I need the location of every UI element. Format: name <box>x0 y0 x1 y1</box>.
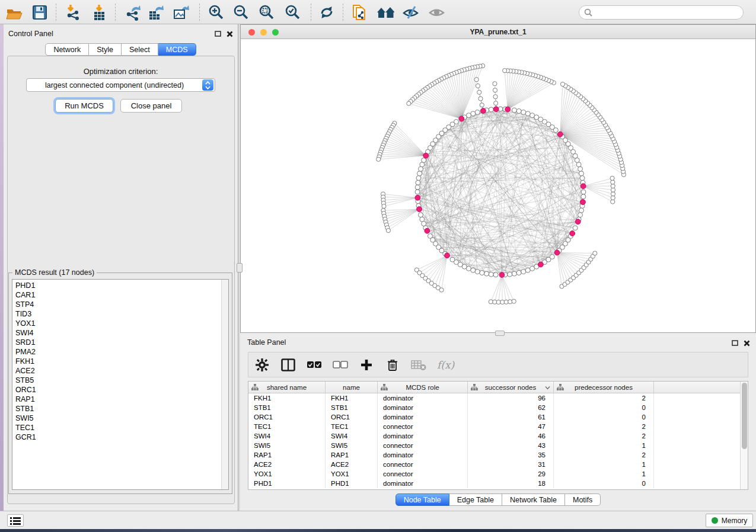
network-node[interactable] <box>416 180 420 185</box>
mcds-result-item[interactable]: STB1 <box>12 404 228 414</box>
add-column-icon[interactable] <box>359 357 374 373</box>
column-header-successor-nodes[interactable]: successor nodes <box>468 382 554 393</box>
leaf-node[interactable] <box>407 101 411 105</box>
mcds-node[interactable] <box>425 228 430 233</box>
mcds-node[interactable] <box>570 231 575 236</box>
cell-predecessor-nodes[interactable]: 2 <box>554 422 654 431</box>
network-node[interactable] <box>579 208 583 213</box>
network-node[interactable] <box>521 270 526 274</box>
cell-MCDS-role[interactable]: dominator <box>378 450 468 460</box>
mcds-result-item[interactable]: TID3 <box>12 309 228 319</box>
cell-successor-nodes[interactable]: 62 <box>468 403 554 412</box>
network-node[interactable] <box>418 166 423 171</box>
network-node[interactable] <box>493 273 498 277</box>
leaf-node[interactable] <box>494 101 498 105</box>
network-node[interactable] <box>530 113 535 118</box>
table-row[interactable]: SWI4SWI4dominator462 <box>248 431 748 441</box>
network-node[interactable] <box>525 111 530 116</box>
network-node[interactable] <box>422 158 426 162</box>
cell-MCDS-role[interactable]: dominator <box>378 403 468 412</box>
table-scrollbar-thumb[interactable] <box>742 383 747 449</box>
cell-predecessor-nodes[interactable]: 2 <box>554 450 654 460</box>
cell-predecessor-nodes[interactable]: 0 <box>554 412 654 422</box>
leaf-node[interactable] <box>493 95 497 99</box>
table-row[interactable]: TEC1TEC1connector472 <box>248 422 748 431</box>
home-icon[interactable] <box>377 4 394 21</box>
mcds-node[interactable] <box>557 132 563 137</box>
mcds-node[interactable] <box>554 250 560 255</box>
tab-edge-table[interactable]: Edge Table <box>449 493 502 506</box>
mcds-node[interactable] <box>417 207 422 212</box>
deselect-all-icon[interactable] <box>333 357 348 373</box>
zoom-in-icon[interactable] <box>208 4 225 21</box>
cell-name[interactable]: SWI4 <box>326 431 378 441</box>
mcds-node[interactable] <box>493 107 499 112</box>
mcds-result-item[interactable]: SWI4 <box>12 328 228 338</box>
mcds-result-item[interactable]: SRD1 <box>12 338 228 347</box>
leaf-node[interactable] <box>493 82 497 86</box>
network-node[interactable] <box>508 272 512 277</box>
tab-style[interactable]: Style <box>89 43 122 56</box>
tab-network[interactable]: Network <box>45 43 89 56</box>
float-panel-icon[interactable] <box>215 29 221 40</box>
network-node[interactable] <box>418 213 423 217</box>
network-node[interactable] <box>516 109 521 114</box>
table-settings-gear-icon[interactable] <box>254 357 270 373</box>
cell-successor-nodes[interactable]: 47 <box>468 422 554 431</box>
cell-predecessor-nodes[interactable]: 2 <box>554 431 654 441</box>
table-row[interactable]: STB1STB1dominator620 <box>248 403 748 412</box>
column-header-MCDS-role[interactable]: MCDS role <box>378 382 468 393</box>
tab-mcds[interactable]: MCDS <box>158 43 196 56</box>
cell-predecessor-nodes[interactable]: 1 <box>554 460 654 469</box>
network-node[interactable] <box>489 107 493 112</box>
network-node[interactable] <box>420 217 425 222</box>
zoom-out-icon[interactable] <box>232 4 250 21</box>
mcds-node[interactable] <box>415 195 420 200</box>
network-node[interactable] <box>521 110 526 114</box>
leaf-node[interactable] <box>503 69 507 73</box>
zoom-selected-icon[interactable] <box>284 4 302 21</box>
mcds-result-item[interactable]: STP4 <box>12 300 228 309</box>
network-node[interactable] <box>471 111 476 116</box>
leaf-node[interactable] <box>382 204 386 209</box>
table-row[interactable]: ACE2ACE2connector311 <box>248 460 748 469</box>
cell-predecessor-nodes[interactable]: 2 <box>554 393 654 403</box>
cell-shared-name[interactable]: FKH1 <box>248 393 326 403</box>
tab-network-table[interactable]: Network Table <box>502 493 565 506</box>
leaf-node[interactable] <box>512 299 516 303</box>
import-table-icon[interactable] <box>90 4 108 21</box>
cell-MCDS-role[interactable]: dominator <box>378 431 468 441</box>
cell-shared-name[interactable]: SWI5 <box>248 441 326 450</box>
leaf-node[interactable] <box>477 90 481 94</box>
leaf-node[interactable] <box>611 188 615 192</box>
criterion-select[interactable]: largest connected component (undirected) <box>26 78 215 92</box>
network-canvas[interactable] <box>241 39 755 332</box>
table-row[interactable]: ORC1ORC1dominator610 <box>248 412 748 422</box>
leaf-node[interactable] <box>377 157 381 161</box>
run-mcds-button[interactable]: Run MCDS <box>55 99 113 113</box>
mcds-node[interactable] <box>505 107 511 112</box>
cell-predecessor-nodes[interactable]: 0 <box>554 479 654 488</box>
column-header-name[interactable]: name <box>326 382 378 393</box>
network-node[interactable] <box>466 266 471 271</box>
network-node[interactable] <box>581 194 586 199</box>
cell-successor-nodes[interactable]: 43 <box>468 441 554 450</box>
network-node[interactable] <box>578 166 583 171</box>
hide-selected-icon[interactable] <box>402 4 420 21</box>
cell-shared-name[interactable]: RAP1 <box>248 450 326 460</box>
clone-network-icon[interactable] <box>350 4 368 21</box>
export-image-icon[interactable] <box>173 4 190 21</box>
network-node[interactable] <box>415 185 420 190</box>
cell-successor-nodes[interactable]: 18 <box>468 479 554 488</box>
cell-name[interactable]: STB1 <box>326 403 378 412</box>
table-row[interactable]: RAP1RAP1dominator352 <box>248 450 748 460</box>
list-scrollbar[interactable] <box>221 280 228 489</box>
mcds-node[interactable] <box>580 200 586 205</box>
leaf-node[interactable] <box>493 88 497 92</box>
select-all-icon[interactable] <box>307 357 322 373</box>
network-node[interactable] <box>475 270 480 274</box>
cell-name[interactable]: YOX1 <box>326 469 378 479</box>
import-network-icon[interactable] <box>64 4 82 21</box>
mcds-node[interactable] <box>480 108 486 114</box>
task-history-button[interactable] <box>7 514 24 527</box>
